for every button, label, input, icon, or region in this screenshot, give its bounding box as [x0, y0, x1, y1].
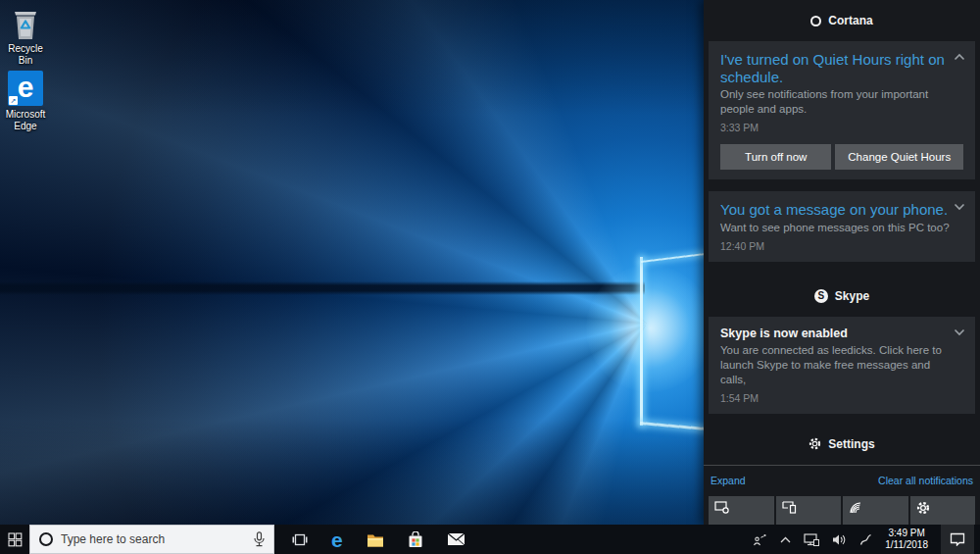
- expand-link[interactable]: Expand: [710, 475, 746, 486]
- action-center-icon: [950, 532, 965, 546]
- connect-icon: [782, 501, 836, 514]
- taskbar-clock[interactable]: 3:49 PM 1/11/2018: [885, 528, 928, 552]
- clock-date: 1/11/2018: [885, 539, 928, 552]
- notification-body: You are connected as leedicks. Click her…: [720, 343, 952, 387]
- action-center-panel: Cortana I've turned on Quiet Hours right…: [704, 0, 980, 525]
- skype-icon: S: [814, 289, 828, 303]
- tablet-mode-icon: [714, 501, 768, 514]
- desktop-icon-recycle-bin[interactable]: Recycle Bin: [0, 7, 51, 67]
- notification-title: You got a message on your phone.: [720, 201, 952, 219]
- show-hidden-icons-chevron[interactable]: [780, 536, 791, 543]
- search-input[interactable]: [61, 532, 246, 546]
- windows-logo-icon: [8, 532, 23, 547]
- notification-quiet-hours[interactable]: I've turned on Quiet Hours right on sche…: [709, 41, 975, 179]
- clear-all-notifications-link[interactable]: Clear all notifications: [878, 475, 973, 486]
- taskbar-mail-button[interactable]: [447, 525, 466, 554]
- desktop-icon-label: Microsoft Edge: [0, 109, 51, 132]
- notification-time: 3:33 PM: [720, 122, 963, 133]
- action-center-footer: Expand Clear all notifications: [704, 466, 980, 494]
- action-center-button[interactable]: [941, 525, 974, 554]
- microsoft-store-icon: [408, 531, 423, 548]
- change-quiet-hours-button[interactable]: Change Quiet Hours: [835, 144, 963, 170]
- shortcut-arrow-icon: ↗: [9, 96, 18, 105]
- section-header-settings[interactable]: Settings: [704, 424, 980, 465]
- taskbar-file-explorer-button[interactable]: [367, 525, 384, 554]
- taskbar-edge-button[interactable]: e: [331, 525, 343, 554]
- notification-title: Skype is now enabled: [720, 327, 948, 341]
- task-view-button[interactable]: [292, 525, 308, 554]
- taskbar-pinned-apps: e: [292, 525, 466, 554]
- notification-skype-enabled[interactable]: Skype is now enabled You are connected a…: [709, 317, 975, 414]
- turn-off-now-button[interactable]: Turn off now: [720, 144, 831, 170]
- cortana-icon: [39, 532, 53, 546]
- clock-time: 3:49 PM: [885, 528, 928, 540]
- chevron-down-icon[interactable]: [954, 203, 965, 211]
- network-status-icon[interactable]: [804, 533, 819, 546]
- taskbar-search[interactable]: [29, 525, 274, 554]
- task-view-icon: [292, 533, 308, 546]
- system-tray: 3:49 PM 1/11/2018: [753, 525, 980, 554]
- start-button[interactable]: [0, 525, 29, 554]
- gear-icon: [916, 501, 970, 515]
- notification-body: Only see notifications from your importa…: [720, 87, 952, 117]
- notification-time: 1:54 PM: [720, 392, 963, 404]
- microphone-icon[interactable]: [254, 531, 265, 547]
- edge-icon: e ↗: [8, 71, 43, 106]
- recycle-bin-icon: [10, 7, 41, 40]
- cortana-icon: [810, 16, 821, 26]
- section-header-cortana[interactable]: Cortana: [704, 0, 980, 41]
- mail-icon: [447, 532, 466, 546]
- chevron-up-icon[interactable]: [954, 53, 965, 61]
- section-header-skype[interactable]: S Skype: [704, 276, 980, 317]
- volume-icon[interactable]: [832, 533, 847, 546]
- gear-icon: [808, 437, 821, 450]
- chevron-down-icon[interactable]: [954, 328, 965, 336]
- notification-time: 12:40 PM: [720, 240, 963, 252]
- notification-phone-message[interactable]: You got a message on your phone. Want to…: [709, 191, 975, 262]
- wireless-people-icon[interactable]: [753, 533, 767, 546]
- taskbar: e: [0, 525, 980, 554]
- desktop-icon-microsoft-edge[interactable]: e ↗ Microsoft Edge: [0, 71, 51, 132]
- windows-ink-pen-icon[interactable]: [859, 533, 872, 546]
- edge-icon: e: [331, 529, 343, 550]
- desktop-icon-label: Recycle Bin: [0, 43, 51, 67]
- network-wifi-icon: [849, 501, 903, 514]
- file-explorer-icon: [367, 532, 384, 547]
- notification-body: Want to see phone messages on this PC to…: [720, 221, 952, 235]
- taskbar-store-button[interactable]: [408, 525, 423, 554]
- notification-title: I've turned on Quiet Hours right on sche…: [720, 51, 952, 85]
